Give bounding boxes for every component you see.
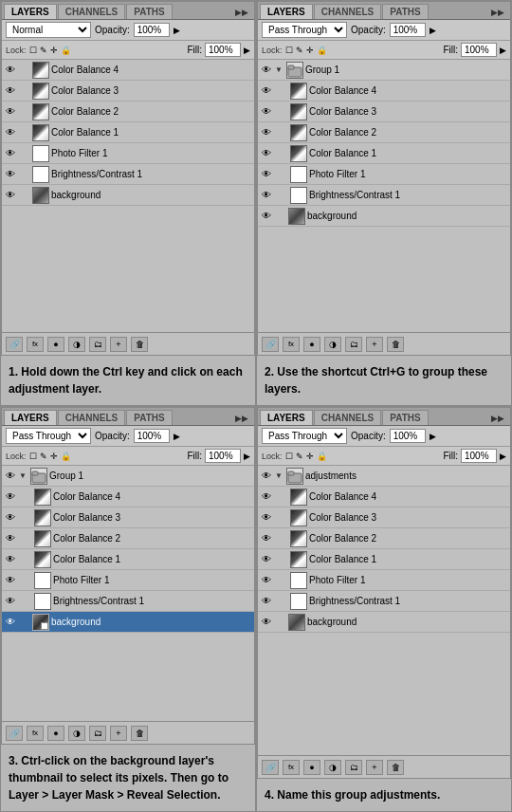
eye-icon[interactable]: 👁	[260, 532, 273, 545]
eye-icon[interactable]: 👁	[4, 595, 17, 608]
group-layer-row-adjustments[interactable]: 👁 ▼ adjustments	[258, 466, 510, 487]
opacity-input-1[interactable]	[134, 23, 170, 37]
fill-arrow-2[interactable]: ▶	[500, 46, 506, 55]
lock-pencil-1[interactable]: ✎	[40, 46, 47, 55]
panel-1-menu[interactable]: ▶▶	[231, 6, 252, 19]
eye-icon[interactable]: 👁	[260, 105, 273, 119]
eye-icon[interactable]: 👁	[4, 553, 17, 566]
footer-new-btn[interactable]: +	[110, 337, 127, 352]
eye-icon[interactable]: 👁	[260, 147, 273, 160]
footer-link-btn[interactable]: 🔗	[262, 337, 279, 352]
footer-fx-btn[interactable]: fx	[27, 726, 44, 741]
tab-layers-4[interactable]: LAYERS	[260, 410, 313, 425]
layer-row[interactable]: 👁 Brightness/Contrast 1	[2, 164, 254, 185]
footer-adj-btn[interactable]: ◑	[68, 337, 85, 352]
footer-group-btn[interactable]: 🗂	[89, 337, 106, 352]
layer-row[interactable]: 👁 Color Balance 3	[258, 102, 510, 122]
footer-fx-btn[interactable]: fx	[283, 337, 300, 352]
footer-group-btn[interactable]: 🗂	[345, 337, 362, 352]
layer-row[interactable]: 👁 Color Balance 4	[2, 60, 254, 81]
eye-icon[interactable]: 👁	[260, 595, 273, 608]
layer-row[interactable]: 👁 Color Balance 2	[258, 528, 510, 549]
fill-arrow-1[interactable]: ▶	[244, 46, 250, 55]
layer-row[interactable]: 👁 Color Balance 1	[258, 549, 510, 570]
eye-icon[interactable]: 👁	[260, 126, 273, 139]
layer-row[interactable]: 👁 Color Balance 4	[2, 487, 254, 508]
eye-icon[interactable]: 👁	[4, 490, 17, 504]
footer-group-btn[interactable]: 🗂	[345, 760, 362, 775]
lock-check-1[interactable]: ☐	[29, 46, 37, 55]
footer-fx-btn[interactable]: fx	[27, 337, 44, 352]
panel-2-menu[interactable]: ▶▶	[487, 6, 508, 19]
lock-move-1[interactable]: ✛	[50, 46, 58, 55]
tab-channels-2[interactable]: CHANNELS	[314, 4, 382, 19]
footer-del-btn[interactable]: 🗑	[131, 337, 148, 352]
lock-all-2[interactable]: 🔒	[317, 46, 327, 55]
eye-icon[interactable]: 👁	[4, 532, 17, 545]
opacity-arrow-1[interactable]: ▶	[174, 26, 180, 35]
group-layer-row[interactable]: 👁 ▼ Group 1	[258, 60, 510, 81]
eye-icon[interactable]: 👁	[260, 64, 273, 77]
footer-del-btn[interactable]: 🗑	[387, 337, 404, 352]
tab-paths-4[interactable]: PATHS	[382, 410, 428, 425]
opacity-input-3[interactable]	[134, 429, 170, 443]
eye-icon[interactable]: 👁	[260, 511, 273, 525]
layer-row-background-highlighted[interactable]: 👁 background	[2, 612, 254, 633]
group-expand-arrow[interactable]: ▼	[275, 471, 284, 480]
tab-paths-2[interactable]: PATHS	[382, 4, 428, 19]
blend-mode-2[interactable]: Pass Through	[262, 22, 347, 38]
layer-row[interactable]: 👁 Brightness/Contrast 1	[258, 185, 510, 206]
footer-del-btn[interactable]: 🗑	[387, 760, 404, 775]
footer-mask-btn[interactable]: ●	[47, 337, 64, 352]
blend-mode-4[interactable]: Pass Through	[262, 428, 347, 444]
footer-fx-btn[interactable]: fx	[283, 760, 300, 775]
opacity-arrow-4[interactable]: ▶	[430, 432, 436, 441]
eye-icon[interactable]: 👁	[4, 147, 17, 160]
eye-icon[interactable]: 👁	[4, 105, 17, 119]
layer-row[interactable]: 👁 Color Balance 3	[258, 508, 510, 528]
layer-row[interactable]: 👁 background	[258, 206, 510, 227]
eye-icon[interactable]: 👁	[260, 470, 273, 483]
tab-channels-3[interactable]: CHANNELS	[58, 410, 126, 425]
opacity-input-4[interactable]	[390, 429, 426, 443]
eye-icon[interactable]: 👁	[4, 511, 17, 525]
footer-mask-btn[interactable]: ●	[303, 760, 320, 775]
group-expand-arrow[interactable]: ▼	[275, 65, 284, 74]
fill-input-3[interactable]	[205, 449, 241, 463]
group-layer-row[interactable]: 👁 ▼ Group 1	[2, 466, 254, 487]
footer-new-btn[interactable]: +	[110, 726, 127, 741]
layer-row[interactable]: 👁 Photo Filter 1	[258, 570, 510, 591]
tab-paths-3[interactable]: PATHS	[126, 410, 172, 425]
footer-adj-btn[interactable]: ◑	[68, 726, 85, 741]
eye-icon[interactable]: 👁	[260, 553, 273, 566]
layer-row[interactable]: 👁 Photo Filter 1	[2, 143, 254, 164]
lock-pencil-3[interactable]: ✎	[40, 452, 47, 461]
footer-link-btn[interactable]: 🔗	[262, 760, 279, 775]
panel-4-menu[interactable]: ▶▶	[487, 412, 508, 425]
layer-row[interactable]: 👁 Brightness/Contrast 1	[2, 591, 254, 612]
layer-row[interactable]: 👁 background	[258, 612, 510, 633]
layer-row[interactable]: 👁 Color Balance 4	[258, 487, 510, 508]
layer-row[interactable]: 👁 Color Balance 3	[2, 81, 254, 102]
panel-3-menu[interactable]: ▶▶	[231, 412, 252, 425]
layer-row[interactable]: 👁 Color Balance 2	[258, 122, 510, 143]
eye-icon[interactable]: 👁	[260, 490, 273, 504]
layer-row[interactable]: 👁 Color Balance 2	[2, 102, 254, 122]
opacity-arrow-3[interactable]: ▶	[174, 432, 180, 441]
footer-link-btn[interactable]: 🔗	[6, 337, 23, 352]
lock-all-1[interactable]: 🔒	[61, 46, 71, 55]
lock-move-2[interactable]: ✛	[306, 46, 314, 55]
eye-icon[interactable]: 👁	[260, 84, 273, 98]
footer-mask-btn[interactable]: ●	[47, 726, 64, 741]
eye-icon[interactable]: 👁	[4, 64, 17, 77]
fill-input-2[interactable]	[461, 43, 497, 57]
layer-row[interactable]: 👁 Color Balance 3	[2, 508, 254, 528]
footer-adj-btn[interactable]: ◑	[324, 760, 341, 775]
tab-paths-1[interactable]: PATHS	[126, 4, 172, 19]
eye-icon[interactable]: 👁	[260, 189, 273, 202]
fill-input-1[interactable]	[205, 43, 241, 57]
layer-row[interactable]: 👁 Photo Filter 1	[258, 164, 510, 185]
footer-link-btn[interactable]: 🔗	[6, 726, 23, 741]
eye-icon[interactable]: 👁	[4, 616, 17, 629]
layer-row[interactable]: 👁 Color Balance 2	[2, 528, 254, 549]
